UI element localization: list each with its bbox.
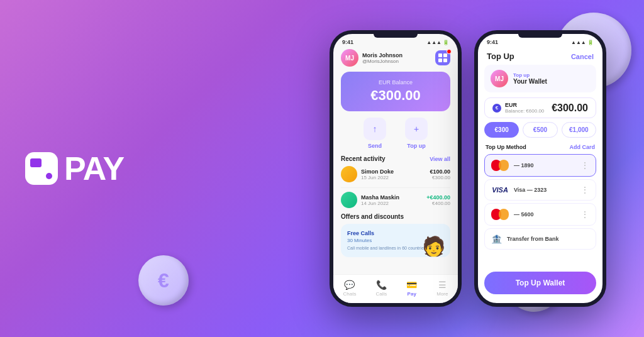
divider-1	[341, 187, 450, 188]
method-header: Top Up Method Add Card	[478, 144, 602, 150]
phones-container: 9:41 ▲▲▲ 🔋 MJ Moris Johnson @MorisJohnso…	[330, 0, 606, 337]
notification-dot	[447, 49, 452, 54]
topup-label: Top up	[407, 143, 425, 149]
activity-info-1: Simon Doke 15 Jun 2022	[361, 168, 430, 180]
currency-info: EUR Balance: €600.00	[505, 102, 544, 114]
cancel-button[interactable]: Cancel	[571, 53, 594, 60]
currency-row: € EUR Balance: €600.00 €300.00	[484, 97, 596, 118]
balance-amount: €300.00	[348, 87, 443, 104]
pay-logo-icon	[25, 152, 58, 185]
card-number-1890: — 1890	[514, 162, 575, 168]
action-buttons: ↑ Send + Top up	[341, 118, 450, 149]
activity-avatar-1	[341, 166, 357, 182]
currency-balance: Balance: €600.00	[505, 108, 544, 114]
nav-pay[interactable]: 💳 Pay	[406, 280, 417, 297]
pay-icon: 💳	[406, 280, 417, 290]
apps-icon[interactable]	[435, 50, 450, 65]
wallet-name: Your Wallet	[513, 78, 590, 85]
currency-name: EUR	[505, 102, 544, 108]
phone1-header: MJ Moris Johnson @MorisJohnson	[341, 47, 450, 72]
phone2-content: Top Up Cancel MJ Top up Your Wallet € EU…	[478, 47, 602, 307]
chip-1000[interactable]: €1,000	[562, 122, 596, 138]
status-icons-2: ▲▲▲ 🔋	[571, 40, 594, 45]
offers-title: Offers and discounts	[341, 213, 404, 220]
user-info: Moris Johnson @MorisJohnson	[362, 52, 435, 64]
phone-topup: 9:41 ▲▲▲ 🔋 Top Up Cancel MJ Top up Your …	[474, 30, 606, 307]
wallet-info: Top up Your Wallet	[513, 72, 590, 85]
activity-item-2: Masha Maskin 14 Jun 2022 +€400.00 €400.0…	[341, 192, 450, 208]
add-card-link[interactable]: Add Card	[570, 144, 596, 150]
calls-label: Calls	[375, 291, 387, 297]
pay-logo: PAY	[25, 150, 124, 187]
bottom-nav: 💬 Chats 📞 Calls 💳 Pay ☰ More	[333, 274, 458, 303]
card-number-5600: — 5600	[514, 211, 575, 218]
activity-sub-1: €300.00	[430, 175, 450, 180]
mastercard-icon-2	[491, 209, 509, 220]
topup-button[interactable]: + Top up	[405, 118, 428, 149]
topup-header: Top Up Cancel	[478, 47, 602, 65]
card-number-2323: Visa — 2323	[514, 187, 575, 193]
nav-more[interactable]: ☰ More	[436, 280, 448, 297]
chats-icon: 💬	[344, 280, 355, 290]
chats-label: Chats	[343, 291, 357, 297]
wallet-row: MJ Top up Your Wallet	[484, 65, 596, 92]
eur-dot: €	[492, 104, 501, 113]
chip-500[interactable]: €500	[523, 122, 557, 138]
amount-chips: €300 €500 €1,000	[478, 122, 602, 138]
user-name: Moris Johnson	[362, 52, 435, 58]
card-more-3[interactable]: ⋮	[580, 209, 589, 219]
balance-label: EUR Balance	[348, 79, 443, 86]
offers-figure: 🧑	[422, 235, 445, 257]
card-more-2[interactable]: ⋮	[580, 185, 589, 195]
payment-method-mastercard-1890[interactable]: — 1890 ⋮	[484, 154, 596, 177]
mastercard-icon	[491, 160, 509, 171]
status-bar-1: 9:41 ▲▲▲ 🔋	[333, 34, 458, 47]
status-bar-2: 9:41 ▲▲▲ 🔋	[478, 34, 602, 47]
pay-logo-text: PAY	[64, 150, 124, 187]
chip-300[interactable]: €300	[484, 122, 519, 138]
payment-method-visa-2323[interactable]: VISA Visa — 2323 ⋮	[484, 179, 596, 201]
activity-main-2: +€400.00	[426, 194, 450, 201]
activity-name-2: Masha Maskin	[361, 194, 426, 201]
method-title: Top Up Method	[486, 144, 526, 150]
pay-label: Pay	[408, 291, 416, 297]
payment-method-mastercard-5600[interactable]: — 5600 ⋮	[484, 203, 596, 226]
activity-avatar-2	[341, 192, 357, 208]
send-button[interactable]: ↑ Send	[364, 118, 386, 149]
offers-header: Offers and discounts	[341, 213, 450, 220]
currency-amount: €300.00	[552, 102, 588, 114]
activity-item-1: Simon Doke 15 Jun 2022 €100.00 €300.00	[341, 166, 450, 182]
payment-method-bank[interactable]: 🏦 Transfer from Bank	[484, 228, 596, 250]
view-all-link[interactable]: View all	[430, 156, 450, 162]
activity-name-1: Simon Doke	[361, 168, 430, 175]
activity-sub-2: €400.00	[426, 201, 450, 206]
send-label: Send	[368, 143, 382, 149]
nav-chats[interactable]: 💬 Chats	[343, 280, 357, 297]
nav-calls[interactable]: 📞 Calls	[375, 280, 387, 297]
wallet-tag: Top up	[513, 72, 590, 78]
bank-icon: 🏦	[491, 234, 502, 244]
topup-icon: +	[405, 118, 428, 140]
card-more-1[interactable]: ⋮	[580, 160, 589, 170]
user-handle: @MorisJohnson	[362, 58, 435, 64]
phone-main: 9:41 ▲▲▲ 🔋 MJ Moris Johnson @MorisJohnso…	[330, 30, 462, 307]
offers-card: Free Calls 30 Minutes Call mobile and la…	[341, 224, 450, 257]
phone1-content: MJ Moris Johnson @MorisJohnson EUR Balan…	[333, 47, 458, 257]
recent-activity-header: Recent activity View all	[341, 155, 450, 162]
send-icon: ↑	[364, 118, 386, 140]
calls-icon: 📞	[376, 280, 387, 290]
user-avatar: MJ	[341, 49, 358, 67]
activity-amounts-1: €100.00 €300.00	[430, 168, 450, 180]
activity-amounts-2: +€400.00 €400.00	[426, 194, 450, 206]
topup-screen-title: Top Up	[487, 52, 514, 61]
topup-wallet-button[interactable]: Top Up Wallet	[484, 272, 596, 294]
activity-info-2: Masha Maskin 14 Jun 2022	[361, 194, 426, 206]
balance-card: EUR Balance €300.00	[341, 72, 450, 111]
activity-main-1: €100.00	[430, 168, 450, 175]
time-1: 9:41	[342, 39, 353, 45]
visa-icon: VISA	[491, 186, 509, 194]
status-icons-1: ▲▲▲ 🔋	[426, 40, 449, 45]
activity-date-1: 15 Jun 2022	[361, 175, 430, 180]
currency-left: € EUR Balance: €600.00	[492, 102, 544, 114]
wallet-avatar: MJ	[491, 70, 508, 87]
